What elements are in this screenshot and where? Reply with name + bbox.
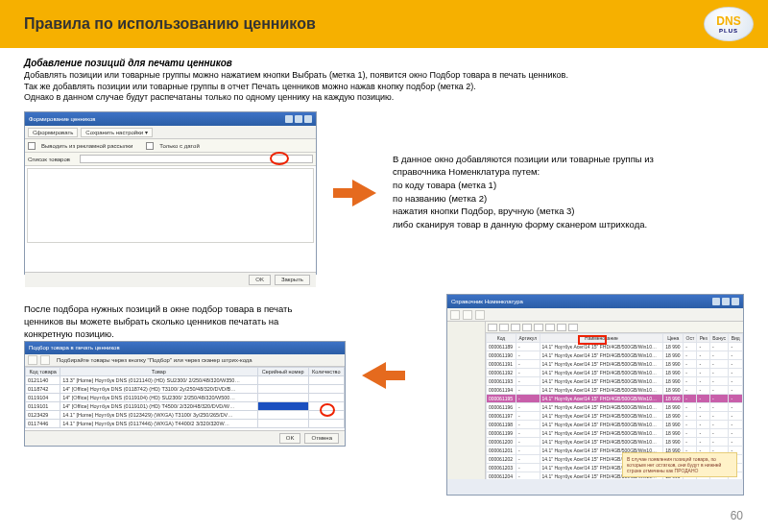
intro-line2: Так же добавлять позиции или товарные гр… (24, 82, 744, 93)
col-header: Серийный номер (257, 367, 308, 375)
dns-logo: DNS PLUS (704, 7, 754, 41)
toolbar-btn[interactable] (40, 355, 50, 365)
table-row[interactable]: 000061193-14.1" Ноутбук Acer/14 15" FHD/… (487, 377, 743, 386)
side-line: В данное окно добавляются позиции или то… (393, 154, 709, 179)
screenshot-nomenclature: Справочник Номенклатура КодАртикулНаимен… (446, 294, 744, 496)
bottom-description: После подбора нужных позиций в окне подб… (24, 294, 293, 340)
table-row[interactable]: 000061189-14.1" Ноутбук Acer/14 15" FHD/… (487, 343, 743, 351)
side-line: нажатия кнопки Подбор, вручную (метка 3) (393, 206, 709, 218)
empty-grid (27, 168, 314, 243)
intro-title: Добавление позиций для печати ценников (24, 58, 744, 68)
table-row[interactable]: 000061198-14.1" Ноутбук Acer/14 15" FHD/… (487, 421, 743, 429)
table-row[interactable]: 000061192-14.1" Ноутбук Acer/14 15" FHD/… (487, 369, 743, 377)
ok-button[interactable]: OK (249, 275, 271, 285)
highlight-circle-2 (320, 403, 335, 417)
ok-button[interactable]: OK (279, 433, 301, 444)
toolbar-btn[interactable]: Сохранить настройки ▾ (81, 128, 153, 137)
col-header: Количество (308, 367, 344, 375)
page-title: Правила по использованию ценников (24, 15, 316, 33)
checkbox-icon[interactable] (28, 142, 36, 150)
side-description: В данное окно добавляются позиции или то… (393, 154, 709, 232)
window-title: Справочник Номенклатура (451, 299, 523, 304)
intro-line3: Однако в данном случае будут распечатаны… (24, 92, 744, 104)
table-row[interactable]: 012342914.1" [Home] Ноутбук DNS (0123429… (26, 410, 345, 419)
table-row[interactable]: 000061191-14.1" Ноутбук Acer/14 15" FHD/… (487, 360, 743, 369)
table-row[interactable]: 000061190-14.1" Ноутбук Acer/14 15" FHD/… (487, 351, 743, 360)
logo-text-top: DNS (716, 14, 740, 28)
pick-table: Код товараТоварСерийный номерКоличество … (25, 367, 345, 428)
chk-label: Выводить из рекламной рассылки (41, 143, 132, 149)
window-title: Формирование ценников (29, 116, 95, 122)
col-header: Код товара (26, 367, 60, 375)
table-row[interactable]: 000061196-14.1" Ноутбук Acer/14 15" FHD/… (487, 403, 743, 412)
toolbar-btn[interactable] (450, 310, 460, 320)
page-header: Правила по использованию ценников DNS PL… (0, 0, 768, 48)
highlight-rect (578, 335, 607, 345)
toolbar-btn[interactable]: Сформировать (28, 128, 78, 137)
table-row[interactable]: 011910114" [Office] Ноутбук DNS (0119101… (26, 401, 345, 410)
chk-label: Только с датой (159, 143, 199, 149)
table-row[interactable]: 011744614.1" [Home] Ноутбук DNS (0117446… (26, 419, 345, 427)
table-row[interactable]: 000061194-14.1" Ноутбук Acer/14 15" FHD/… (487, 386, 743, 395)
table-row[interactable]: 000061199-14.1" Ноутбук Acer/14 15" FHD/… (487, 429, 743, 438)
field-label: Список товаров (28, 157, 70, 162)
screenshot-pick-dialog: Подбор товара в печать ценников Подбирай… (24, 341, 346, 447)
page-number: 60 (731, 509, 743, 522)
hint-text: Подбирайте товары через кнопку "Подбор" … (57, 357, 252, 363)
col-header: Товар (60, 367, 257, 375)
arrow-left-icon (357, 361, 410, 390)
table-row[interactable]: 011910414" [Office] Ноутбук DNS (0119104… (26, 393, 345, 401)
logo-text-bottom: PLUS (719, 28, 738, 34)
table-row[interactable]: 012114013.3" [Home] Ноутбук DNS (0121140… (26, 375, 345, 384)
dialog-title: Подбор товара в печать ценников (29, 345, 120, 351)
side-line: либо сканируя товар в данную форму скане… (393, 219, 709, 231)
table-row[interactable]: 000061195-14.1" Ноутбук Acer/14 15" FHD/… (487, 395, 743, 403)
arrow-right-icon (328, 179, 381, 207)
toolbar-btn[interactable] (463, 310, 472, 320)
close-button[interactable]: Закрыть (275, 275, 310, 285)
toolbar-btn[interactable] (28, 355, 37, 365)
screenshot-form-pricetags: Формирование ценников Сформировать Сохра… (24, 111, 317, 275)
side-line: по названию (метка 2) (393, 193, 709, 206)
highlight-circle-1 (270, 152, 289, 165)
table-row[interactable]: 000061200-14.1" Ноутбук Acer/14 15" FHD/… (487, 438, 743, 447)
intro-line1: Добавлять позиции или товарные группы мо… (24, 70, 744, 82)
table-row[interactable]: 011874214" [Office] Ноутбук DNS (0118742… (26, 384, 345, 393)
backdrop-window (447, 322, 486, 479)
side-line: по коду товара (метка 1) (393, 180, 709, 192)
sub-toolbar (486, 322, 743, 333)
warning-note: В случае появления позиций товара, по ко… (622, 452, 737, 477)
checkbox-icon[interactable] (146, 142, 154, 150)
table-row[interactable]: 000061197-14.1" Ноутбук Acer/14 15" FHD/… (487, 412, 743, 421)
intro-text: Добавлять позиции или товарные группы мо… (24, 70, 744, 104)
toolbar-btn[interactable] (475, 310, 485, 320)
cancel-button[interactable]: Отмена (304, 433, 339, 444)
